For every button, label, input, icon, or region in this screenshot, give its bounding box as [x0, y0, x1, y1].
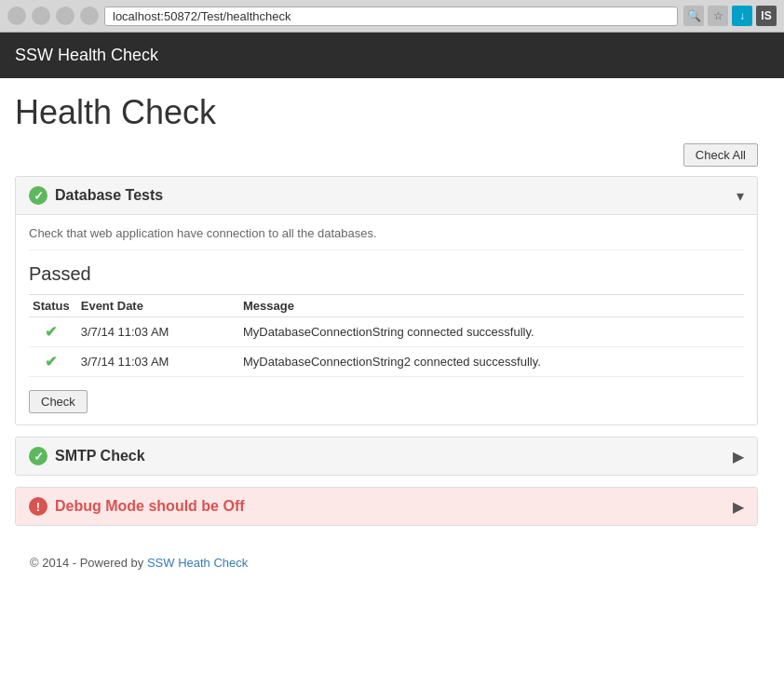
panel-debug-mode-header[interactable]: ! Debug Mode should be Off ▶ — [16, 488, 757, 525]
address-bar[interactable]: localhost:50872/Test/healthcheck — [104, 7, 678, 26]
row1-checkmark: ✔ — [45, 324, 57, 340]
panel-debug-mode: ! Debug Mode should be Off ▶ — [15, 487, 758, 526]
panel-database-tests: ✓ Database Tests ▾ Check that web applic… — [15, 176, 758, 425]
back-button[interactable] — [7, 7, 26, 25]
row2-status: ✔ — [29, 347, 77, 377]
panel-database-tests-header-left: ✓ Database Tests — [29, 186, 163, 205]
footer-link[interactable]: SSW Heath Check — [147, 556, 248, 570]
download-icon[interactable]: ↓ — [732, 6, 752, 26]
row2-date: 3/7/14 11:03 AM — [77, 347, 239, 377]
check-button[interactable]: Check — [29, 390, 88, 413]
panel-database-tests-body: Check that web application have connecti… — [16, 215, 757, 424]
col-message: Message — [239, 295, 744, 317]
database-tests-status-icon: ✓ — [29, 186, 47, 205]
is-icon[interactable]: IS — [756, 6, 777, 26]
database-tests-table: Status Event Date Message ✔ 3/7/14 11:03… — [29, 294, 744, 377]
check-all-button[interactable]: Check All — [683, 143, 758, 167]
panel-database-tests-header[interactable]: ✓ Database Tests ▾ — [16, 177, 757, 215]
table-row: ✔ 3/7/14 11:03 AM MyDatabaseConnectionSt… — [29, 347, 744, 377]
row2-message: MyDatabaseConnectionString2 connected su… — [239, 347, 744, 377]
footer: © 2014 - Powered by SSW Heath Check — [15, 537, 758, 588]
table-row: ✔ 3/7/14 11:03 AM MyDatabaseConnectionSt… — [29, 317, 744, 347]
row1-message: MyDatabaseConnectionString connected suc… — [239, 317, 744, 347]
panel-smtp-check-header-left: ✓ SMTP Check — [29, 447, 145, 465]
reload-button[interactable] — [56, 7, 74, 25]
debug-mode-chevron: ▶ — [733, 498, 744, 516]
footer-text: © 2014 - Powered by — [30, 556, 147, 570]
database-tests-description: Check that web application have connecti… — [29, 226, 744, 250]
search-icon[interactable]: 🔍 — [683, 6, 704, 26]
panel-smtp-check-header[interactable]: ✓ SMTP Check ▶ — [16, 438, 757, 475]
browser-icons: 🔍 ☆ ↓ IS — [683, 6, 777, 26]
smtp-check-title: SMTP Check — [55, 448, 145, 464]
row2-checkmark: ✔ — [45, 354, 57, 370]
panel-debug-mode-header-left: ! Debug Mode should be Off — [29, 497, 245, 516]
smtp-check-status-icon: ✓ — [29, 447, 47, 465]
database-tests-status: Passed — [29, 263, 744, 285]
page-title: Health Check — [15, 93, 758, 132]
smtp-check-chevron: ▶ — [733, 448, 744, 465]
debug-mode-title: Debug Mode should be Off — [55, 498, 245, 515]
browser-chrome: localhost:50872/Test/healthcheck 🔍 ☆ ↓ I… — [0, 0, 784, 33]
app-navbar: SSW Health Check — [0, 33, 784, 78]
table-header-row: Status Event Date Message — [29, 295, 744, 317]
database-tests-title: Database Tests — [55, 187, 163, 204]
database-tests-chevron: ▾ — [737, 187, 744, 205]
main-content: Health Check Check All ✓ Database Tests … — [0, 78, 773, 588]
panel-smtp-check: ✓ SMTP Check ▶ — [15, 437, 758, 476]
debug-mode-status-icon: ! — [29, 497, 47, 516]
col-status: Status — [29, 295, 77, 317]
bookmark-icon[interactable]: ☆ — [708, 6, 728, 26]
home-button[interactable] — [80, 7, 99, 25]
row1-status: ✔ — [29, 317, 77, 347]
forward-button[interactable] — [32, 7, 50, 25]
col-event-date: Event Date — [77, 295, 239, 317]
check-all-row: Check All — [15, 143, 758, 167]
row1-date: 3/7/14 11:03 AM — [77, 317, 239, 347]
app-title: SSW Health Check — [15, 46, 158, 64]
